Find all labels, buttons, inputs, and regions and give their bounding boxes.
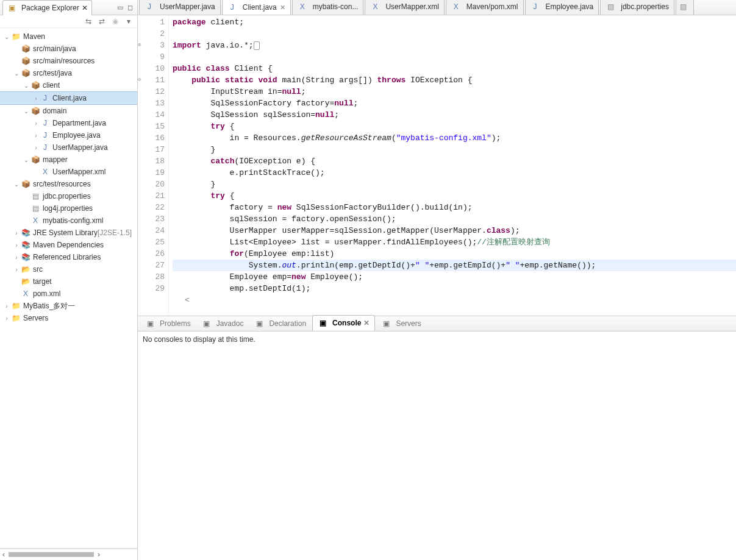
gutter-line[interactable]: 15: [139, 121, 165, 132]
code-line[interactable]: [173, 51, 736, 63]
tree-node[interactable]: ›JEmployee.java: [0, 129, 137, 141]
tree-twisty-icon[interactable]: ⌄: [12, 70, 21, 77]
package-explorer-tab[interactable]: ▣ Package Explorer ✕: [2, 0, 92, 15]
gutter-line[interactable]: 10: [139, 63, 165, 74]
gutter-line[interactable]: 3⊕: [139, 40, 165, 51]
code-line[interactable]: System.out.println(emp.getDeptId()+" "+e…: [173, 260, 736, 271]
tree-twisty-icon[interactable]: ›: [32, 120, 40, 127]
code-line[interactable]: for(Employee emp:list): [173, 248, 736, 260]
tree-node[interactable]: ›📁MyBatis_多对一: [0, 300, 137, 312]
gutter-line[interactable]: 19: [139, 167, 165, 179]
bottom-tab[interactable]: ▣Console ✕: [312, 315, 375, 331]
tree-node[interactable]: ›📂src: [0, 263, 137, 275]
editor-tab[interactable]: JEmployee.java: [525, 0, 599, 15]
close-icon[interactable]: ✕: [82, 4, 88, 12]
tree-node[interactable]: ▤jdbc.properties: [0, 190, 137, 202]
close-tab-icon[interactable]: ✕: [280, 4, 285, 12]
tree-twisty-icon[interactable]: ›: [32, 144, 40, 151]
tree-node[interactable]: ›📚Referenced Libraries: [0, 251, 137, 263]
code-line[interactable]: factory = new SqlSessionFactoryBuilder()…: [173, 202, 736, 213]
tree-node[interactable]: ⌄📦src/test/java: [0, 67, 137, 79]
tree-node[interactable]: ›JUserMapper.java: [0, 141, 137, 154]
chevron-right-icon[interactable]: ›: [98, 550, 100, 559]
tree-twisty-icon[interactable]: ›: [12, 230, 21, 236]
gutter-line[interactable]: 9: [139, 51, 165, 63]
code-line[interactable]: in = Resources.getResourceAsStream("myba…: [173, 132, 736, 144]
gutter-line[interactable]: 29: [139, 283, 165, 294]
tree-node[interactable]: 📦src/main/java: [0, 43, 137, 55]
bottom-tab[interactable]: ▣Problems: [140, 316, 196, 331]
tree-node[interactable]: ⌄📁Maven: [0, 30, 137, 43]
tree-twisty-icon[interactable]: ›: [12, 254, 21, 261]
tree-node[interactable]: XUserMapper.xml: [0, 166, 137, 178]
code-line[interactable]: SqlSession sqlSession=null;: [173, 109, 736, 121]
editor-tab[interactable]: JUserMapper.java: [139, 0, 221, 15]
gutter-line[interactable]: 27: [139, 260, 165, 271]
gutter-line[interactable]: 14: [139, 109, 165, 121]
gutter-line[interactable]: 2: [139, 28, 165, 40]
fold-annotation-icon[interactable]: ⊕: [138, 40, 141, 51]
tree-twisty-icon[interactable]: ›: [2, 315, 11, 322]
bottom-tab[interactable]: ▣Declaration: [249, 316, 311, 331]
gutter-line[interactable]: 26: [139, 248, 165, 260]
tree-twisty-icon[interactable]: ›: [32, 132, 40, 139]
code-line[interactable]: }: [173, 144, 736, 155]
tree-node[interactable]: 📦src/main/resources: [0, 55, 137, 67]
tree-node[interactable]: ›JDepartment.java: [0, 117, 137, 129]
tree-twisty-icon[interactable]: ›: [2, 303, 11, 310]
editor-tab[interactable]: XMaven/pom.xml: [446, 0, 524, 15]
editor-hscroll-left[interactable]: <: [173, 294, 736, 304]
gutter-line[interactable]: 16: [139, 132, 165, 144]
gutter-line[interactable]: 12: [139, 86, 165, 97]
focus-task-button[interactable]: ◉: [110, 16, 120, 26]
close-tab-icon[interactable]: ✕: [363, 319, 370, 327]
code-line[interactable]: import java.io.*;: [173, 40, 736, 51]
editor-gutter[interactable]: 123⊕91011⊖121314151617181920212223242526…: [138, 15, 169, 316]
maximize-view-button[interactable]: ◻: [125, 2, 135, 12]
bottom-tab[interactable]: ▣Javadoc: [197, 316, 249, 331]
gutter-line[interactable]: 24: [139, 225, 165, 236]
tree-node[interactable]: ›JClient.java: [0, 91, 137, 105]
tree-twisty-icon[interactable]: ›: [12, 266, 21, 273]
tree-node[interactable]: ⌄📦client: [0, 79, 137, 91]
code-line[interactable]: UserMapper userMapper=sqlSession.getMapp…: [173, 225, 736, 236]
tree-twisty-icon[interactable]: ›: [32, 95, 40, 102]
editor-code-area[interactable]: package client; import java.io.*; public…: [169, 15, 736, 316]
code-line[interactable]: public static void main(String args[]) t…: [173, 74, 736, 86]
code-line[interactable]: e.printStackTrace();: [173, 167, 736, 179]
gutter-line[interactable]: 25: [139, 236, 165, 248]
tree-node[interactable]: ▤log4j.properties: [0, 202, 137, 214]
gutter-line[interactable]: 21: [139, 190, 165, 202]
code-line[interactable]: InputStream in=null;: [173, 86, 736, 97]
gutter-line[interactable]: 11⊖: [139, 74, 165, 86]
tree-node[interactable]: 📂target: [0, 275, 137, 288]
tree-node[interactable]: Xpom.xml: [0, 288, 137, 300]
editor-tab[interactable]: Xmybatis-con...: [292, 0, 364, 15]
project-tree[interactable]: ⌄📁Maven📦src/main/java📦src/main/resources…: [0, 28, 137, 548]
gutter-line[interactable]: 1: [139, 16, 165, 28]
tree-node[interactable]: ›📚JRE System Library [J2SE-1.5]: [0, 227, 137, 239]
code-line[interactable]: emp.setDeptId(1);: [173, 283, 736, 294]
code-line[interactable]: public class Client {: [173, 63, 736, 74]
explorer-scrollbar[interactable]: [9, 552, 94, 557]
gutter-line[interactable]: 20: [139, 179, 165, 190]
minimize-view-button[interactable]: ▭: [115, 2, 125, 12]
tree-twisty-icon[interactable]: ⌄: [22, 108, 30, 115]
link-with-editor-button[interactable]: ⇄: [97, 16, 107, 26]
collapse-all-button[interactable]: ⇆: [84, 16, 93, 26]
code-line[interactable]: package client;: [173, 16, 736, 28]
code-line[interactable]: }: [173, 179, 736, 190]
tree-node[interactable]: ›📁Servers: [0, 312, 137, 324]
gutter-line[interactable]: 17: [139, 144, 165, 155]
tree-twisty-icon[interactable]: ⌄: [2, 34, 11, 40]
gutter-line[interactable]: 23: [139, 213, 165, 225]
editor-tab[interactable]: JClient.java✕: [222, 0, 291, 15]
code-line[interactable]: try {: [173, 190, 736, 202]
tree-twisty-icon[interactable]: ›: [12, 242, 21, 249]
tree-node[interactable]: Xmybatis-config.xml: [0, 214, 137, 227]
code-line[interactable]: Employee emp=new Employee();: [173, 271, 736, 283]
gutter-line[interactable]: 13: [139, 97, 165, 109]
chevron-left-icon[interactable]: ‹: [2, 550, 5, 559]
gutter-line[interactable]: 18: [139, 155, 165, 167]
tree-node[interactable]: ›📚Maven Dependencies: [0, 239, 137, 251]
